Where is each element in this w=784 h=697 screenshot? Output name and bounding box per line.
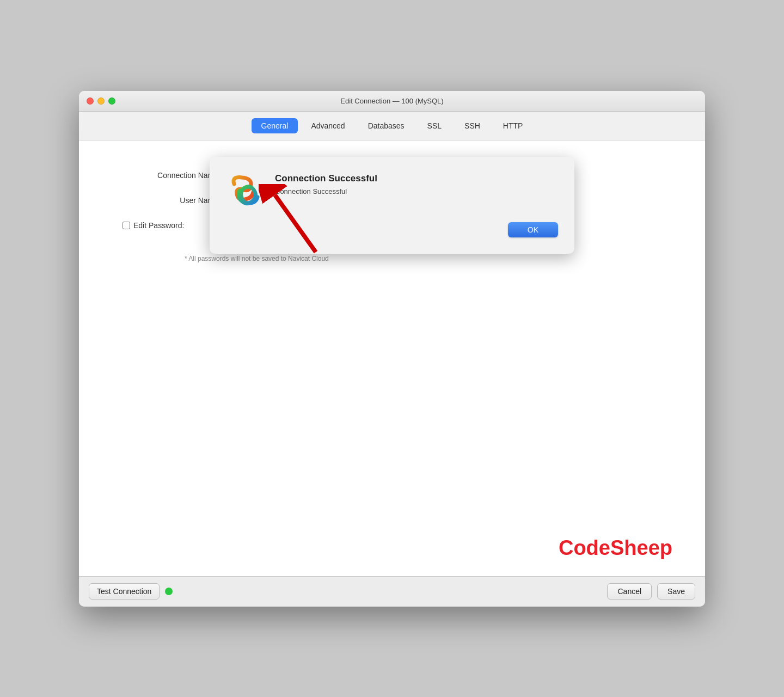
tab-general[interactable]: General <box>252 118 298 133</box>
title-bar: Edit Connection — 100 (MySQL) <box>79 91 705 112</box>
user-name-label: User Name: <box>122 196 220 205</box>
bottom-right: Cancel Save <box>607 583 695 600</box>
test-connection-button[interactable]: Test Connection <box>89 583 160 600</box>
success-dialog: Connection Successful Connection Success… <box>210 157 574 254</box>
tab-ssl[interactable]: SSL <box>418 118 451 133</box>
main-content: Connection Name: User Name: Edit Passwor… <box>79 140 705 576</box>
tab-bar: General Advanced Databases SSL SSH HTTP <box>79 112 705 140</box>
dialog-top: Connection Successful Connection Success… <box>226 173 558 211</box>
window-title: Edit Connection — 100 (MySQL) <box>340 97 443 105</box>
ok-button[interactable]: OK <box>508 222 558 237</box>
edit-password-checkbox[interactable] <box>122 222 130 229</box>
save-button[interactable]: Save <box>657 583 695 600</box>
dialog-message: Connection Successful <box>275 187 558 195</box>
tab-advanced[interactable]: Advanced <box>301 118 354 133</box>
bottom-bar: Test Connection Cancel Save <box>79 576 705 607</box>
close-button[interactable] <box>87 97 94 105</box>
bottom-left: Test Connection <box>89 583 173 600</box>
navicat-logo-icon <box>226 173 264 211</box>
main-window: Edit Connection — 100 (MySQL) General Ad… <box>79 91 705 607</box>
tab-ssh[interactable]: SSH <box>455 118 490 133</box>
maximize-button[interactable] <box>108 97 115 105</box>
cancel-button[interactable]: Cancel <box>607 583 652 600</box>
tab-http[interactable]: HTTP <box>493 118 533 133</box>
watermark: CodeSheep <box>559 536 672 560</box>
dialog-footer: OK <box>226 222 558 237</box>
navicat-cloud-note: * All passwords will not be saved to Nav… <box>185 255 705 262</box>
edit-password-label: Edit Password: <box>133 221 220 230</box>
dialog-title: Connection Successful <box>275 173 558 184</box>
connection-status-indicator <box>165 588 173 595</box>
minimize-button[interactable] <box>97 97 105 105</box>
window-controls <box>87 97 115 105</box>
dialog-body: Connection Successful Connection Success… <box>275 173 558 195</box>
connection-name-label: Connection Name: <box>122 171 220 180</box>
tab-databases[interactable]: Databases <box>358 118 414 133</box>
